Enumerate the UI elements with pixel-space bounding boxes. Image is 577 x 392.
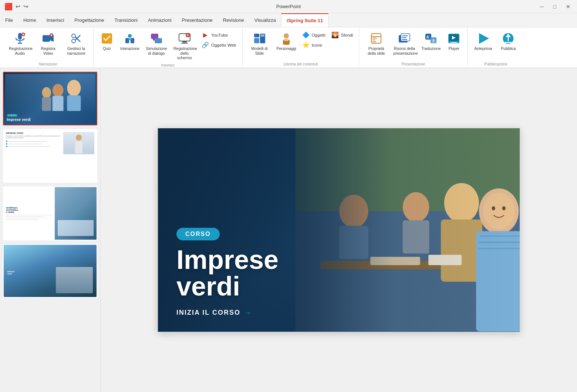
svg-rect-40 xyxy=(372,38,377,38)
ribbon-group-narrazione: Registrazione Audio Registra Video Gesti… xyxy=(3,27,94,68)
ribbon-btn-pubblica[interactable]: Pubblica xyxy=(496,30,520,53)
dialog-icon xyxy=(150,32,163,45)
interaction-icon xyxy=(123,32,136,45)
sfondi-label: Sfondi xyxy=(341,33,353,37)
menu-presentazione[interactable]: Presentazione xyxy=(177,13,218,27)
slide-thumb-1[interactable]: CORSO Imprese verdi xyxy=(3,72,97,125)
svg-rect-45 xyxy=(402,36,408,36)
redo-button[interactable]: ↪ xyxy=(23,3,28,10)
ribbon-btn-youtube[interactable]: ▶ YouTube xyxy=(199,30,239,40)
svg-rect-41 xyxy=(372,40,375,40)
screen-icon xyxy=(178,32,191,45)
svg-text:文: 文 xyxy=(432,39,435,43)
pubblicazione-group-label: Pubblicazione xyxy=(471,61,520,68)
minimize-button[interactable]: ─ xyxy=(538,3,546,10)
ribbon-btn-interazione[interactable]: Interazione xyxy=(118,30,142,53)
svg-rect-62 xyxy=(67,95,81,111)
svg-rect-21 xyxy=(151,34,158,39)
slide-cta[interactable]: INIZIA IL CORSO → xyxy=(176,308,501,317)
ribbon-presentazione-items: Proprietà della slide Risorsi della pres… xyxy=(363,29,463,61)
web-object-icon: 🔗 xyxy=(202,41,209,48)
main-area: CORSO Imprese verdi IMPRESE VERDI A busi… xyxy=(0,68,577,392)
ribbon-btn-registrazione-audio[interactable]: Registrazione Audio xyxy=(7,30,33,57)
slide-overlay: CORSO Imprese verdi INIZIA IL CORSO → xyxy=(158,128,520,331)
svg-rect-26 xyxy=(182,41,187,43)
slide-3-video-thumb: ▶ xyxy=(55,187,97,239)
quiz-icon xyxy=(100,32,114,45)
svg-point-63 xyxy=(53,84,64,97)
dialogo-label: Simulazione di dialogo xyxy=(145,46,168,55)
slide-properties-icon xyxy=(370,32,383,45)
slide-4-quiz-img: Impreseverdi xyxy=(6,254,94,276)
player-icon xyxy=(447,32,460,45)
slide-3-content: UN'IMPRESASOSTENIBILEO VERDE xyxy=(4,187,55,239)
slide-1-thumbnail: CORSO Imprese verdi xyxy=(4,72,97,125)
ribbon-group-libreria: Modelli di Slide Personaggi 🔷 Oggetti ⭐ … xyxy=(243,27,360,68)
slide-4-thumbnail: ✓ Quiz Click the Quiz button to edit thi… xyxy=(4,245,97,297)
oggetti-label: Oggetti xyxy=(312,33,325,37)
svg-rect-19 xyxy=(131,38,134,43)
ribbon-btn-proprieta[interactable]: Proprietà della slide xyxy=(363,30,389,57)
ribbon-btn-personaggi[interactable]: Personaggi xyxy=(274,30,298,53)
ribbon-btn-oggetti[interactable]: 🔷 Oggetti xyxy=(300,30,328,40)
slide-3-lines xyxy=(6,214,53,220)
interazione-label: Interazione xyxy=(120,46,139,51)
ribbon-btn-schermo[interactable]: Registrazione dello schermo xyxy=(171,30,198,62)
ribbon-btn-oggetto-web[interactable]: 🔗 Oggetto Web xyxy=(199,40,239,50)
undo-button[interactable]: ↩ xyxy=(16,3,20,10)
slide-2-lines xyxy=(6,140,61,147)
menu-transizioni[interactable]: Transizioni xyxy=(109,13,143,27)
registrazione-audio-label: Registrazione Audio xyxy=(9,46,31,55)
ribbon-btn-dialogo[interactable]: Simulazione di dialogo xyxy=(143,30,170,57)
resources-icon xyxy=(398,32,411,45)
menu-inserisci[interactable]: Inserisci xyxy=(41,13,70,27)
slide-3-title: UN'IMPRESASOSTENIBILEO VERDE xyxy=(6,207,53,213)
ribbon-btn-icone[interactable]: ⭐ Icone xyxy=(300,40,328,50)
svg-rect-66 xyxy=(42,97,51,111)
slide-badge: CORSO xyxy=(176,228,220,240)
ribbon-btn-gestisci[interactable]: Gestisci la narrazione xyxy=(63,30,90,57)
schermo-label: Registrazione dello schermo xyxy=(173,46,196,60)
ribbon-col-youtube-web: ▶ YouTube 🔗 Oggetto Web xyxy=(199,30,239,50)
slide-thumb-4[interactable]: ✓ Quiz Click the Quiz button to edit thi… xyxy=(3,244,97,298)
menu-ispring[interactable]: iSpring Suite 11 xyxy=(281,13,328,27)
translation-icon: A文 xyxy=(424,32,438,45)
slide-panel[interactable]: CORSO Imprese verdi IMPRESE VERDI A busi… xyxy=(0,68,101,392)
risorse-label: Risorsi della presentazione xyxy=(393,46,415,55)
menu-visualizza[interactable]: Visualizza xyxy=(249,13,281,27)
slide-cta-text: INIZIA IL CORSO xyxy=(176,309,240,317)
svg-text:A: A xyxy=(426,35,429,39)
icons-icon: ⭐ xyxy=(302,41,310,48)
ribbon-btn-traduzione[interactable]: A文 Traduzione xyxy=(419,30,443,53)
ribbon-pubblicazione-items: Anteprima Pubblica xyxy=(471,29,520,61)
slide-thumb-3[interactable]: UN'IMPRESASOSTENIBILEO VERDE ▶ xyxy=(3,186,97,240)
svg-point-61 xyxy=(67,80,81,96)
main-slide[interactable]: CORSO Imprese verdi INIZIA IL CORSO → xyxy=(158,128,520,332)
close-button[interactable]: ✕ xyxy=(564,3,573,10)
menu-home[interactable]: Home xyxy=(18,13,41,27)
svg-rect-31 xyxy=(254,34,259,37)
registra-video-label: Registra Video xyxy=(37,46,59,55)
ribbon-group-inserisci: Quiz Interazione Simulazione di dialogo … xyxy=(94,27,243,68)
svg-rect-68 xyxy=(75,141,82,153)
menu-progettazione[interactable]: Progettazione xyxy=(69,13,109,27)
libreria-group-label: Libreria dei contenuti xyxy=(246,61,355,68)
ribbon-btn-modelli[interactable]: Modelli di Slide xyxy=(246,30,273,57)
ribbon-btn-anteprima[interactable]: Anteprima xyxy=(471,30,495,53)
menu-revisione[interactable]: Revisione xyxy=(218,13,249,27)
slide-thumb-2[interactable]: IMPRESE VERDI A business can be called i… xyxy=(3,129,97,183)
menu-file[interactable]: File xyxy=(0,13,18,27)
ribbon-btn-registra-video[interactable]: Registra Video xyxy=(35,30,61,57)
ribbon-narrazione-items: Registrazione Audio Registra Video Gesti… xyxy=(7,29,90,61)
ribbon-btn-risorse[interactable]: Risorsi della presentazione xyxy=(391,30,418,57)
youtube-label: YouTube xyxy=(211,33,228,37)
ribbon-btn-player[interactable]: Player xyxy=(444,30,463,53)
ribbon-btn-quiz[interactable]: Quiz xyxy=(97,30,117,53)
modelli-label: Modelli di Slide xyxy=(249,46,271,55)
slide-models-icon xyxy=(253,32,266,45)
slide-2-title: IMPRESE VERDI xyxy=(6,132,61,134)
slide-background: CORSO Imprese verdi INIZIA IL CORSO → xyxy=(158,128,520,331)
ribbon-btn-sfondi[interactable]: 🌄 Sfondi xyxy=(329,30,355,40)
maximize-button[interactable]: □ xyxy=(551,3,559,10)
menu-animazioni[interactable]: Animazioni xyxy=(143,13,177,27)
